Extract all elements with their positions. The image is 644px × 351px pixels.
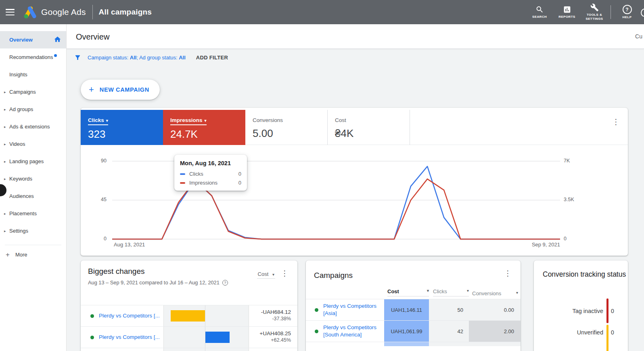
table-row[interactable]: Plerdy vs Competitors [Asia] UAH1,146.11… bbox=[306, 299, 521, 320]
cost-cell: UAH1,061.99 bbox=[384, 321, 429, 342]
add-filter-button[interactable]: ADD FILTER bbox=[196, 55, 228, 61]
search-icon bbox=[535, 5, 544, 14]
topbar-divider bbox=[611, 5, 611, 19]
clicks-cell: 42 bbox=[429, 321, 469, 342]
cost-value: ₴4K bbox=[335, 127, 410, 140]
card-menu-button[interactable]: ⋮ bbox=[504, 269, 512, 277]
y2-axis-tick: 0 bbox=[564, 236, 567, 242]
clicks-swatch-icon bbox=[180, 173, 185, 175]
dropdown-caret-icon: ▾ bbox=[106, 118, 108, 123]
change-bar-positive bbox=[205, 332, 230, 343]
y2-axis-tick: 3.5K bbox=[564, 197, 574, 202]
campaigns-table: Plerdy vs Competitors [Asia] UAH1,146.11… bbox=[306, 299, 521, 346]
campaign-link[interactable]: Plerdy vs Competitors [Asia] bbox=[323, 303, 384, 317]
new-campaign-button[interactable]: + NEW CAMPAIGN bbox=[81, 80, 160, 100]
sidebar-item-keywords[interactable]: ▸ Keywords bbox=[0, 170, 66, 187]
help-button[interactable]: ? HELP bbox=[618, 5, 636, 19]
column-header-cost[interactable]: Cost▾ bbox=[387, 288, 429, 296]
status-enabled-icon bbox=[90, 314, 94, 318]
expand-caret-icon: ▸ bbox=[4, 107, 6, 111]
scorecard-clicks[interactable]: Clicks▾ 323 bbox=[81, 110, 163, 145]
plus-icon: + bbox=[6, 251, 10, 259]
conversions-cell: 0.00 bbox=[469, 299, 521, 320]
sidebar-item-ads-extensions[interactable]: ▸ Ads & extensions bbox=[0, 118, 66, 135]
tag-inactive-bar bbox=[606, 298, 608, 323]
page-header: Overview Cu bbox=[66, 24, 644, 49]
expand-caret-icon: ▸ bbox=[4, 125, 6, 129]
sidebar-divider bbox=[5, 245, 61, 245]
scorecard-row: Clicks▾ 323 Impressions▾ 24.7K Conversio… bbox=[81, 110, 628, 145]
google-ads-screen: Google Ads All campaigns SEARCH REPORTS bbox=[0, 0, 644, 351]
column-header-conversions[interactable]: Conversions▾ bbox=[472, 290, 518, 296]
sort-caret-icon: ▾ bbox=[467, 288, 469, 293]
home-icon bbox=[54, 36, 61, 43]
tools-settings-button[interactable]: TOOLS & SETTINGS bbox=[585, 3, 603, 21]
table-row-clipped bbox=[81, 348, 297, 351]
reports-button[interactable]: REPORTS bbox=[558, 5, 576, 19]
tooltip-row-impressions: Impressions 0 bbox=[180, 180, 241, 186]
search-button[interactable]: SEARCH bbox=[531, 5, 548, 19]
change-bar-cell bbox=[163, 327, 249, 348]
campaigns-card: Campaigns ⋮ Cost▾ Clicks▾ Conversions▾ P… bbox=[306, 261, 521, 351]
expand-caret-icon: ▸ bbox=[4, 142, 6, 146]
sidebar-item-settings[interactable]: ▸ Settings bbox=[0, 222, 66, 240]
table-row-clipped bbox=[306, 342, 521, 346]
y2-axis-tick: 7K bbox=[564, 158, 570, 164]
campaign-link[interactable]: Plerdy vs Competitors [... bbox=[99, 312, 160, 319]
sidebar-item-videos[interactable]: ▸ Videos bbox=[0, 135, 66, 153]
sidebar-item-landing-pages[interactable]: ▸ Landing pages bbox=[0, 153, 66, 170]
sidebar-item-overview[interactable]: Overview bbox=[0, 31, 66, 48]
scorecard-cost[interactable]: Cost ₴4K bbox=[328, 110, 410, 145]
plus-icon: + bbox=[89, 84, 94, 95]
y-axis-tick: 45 bbox=[92, 197, 107, 202]
campaign-link[interactable]: Plerdy vs Competitors [South America] bbox=[323, 324, 384, 338]
filter-summary[interactable]: Campaign status: All; Ad group status: A… bbox=[88, 55, 186, 61]
table-row[interactable]: Plerdy vs Competitors [... -UAH684.12 -3… bbox=[81, 305, 297, 326]
scorecard-conversions[interactable]: Conversions 5.00 bbox=[245, 110, 328, 145]
clipped-nav-item bbox=[641, 8, 644, 17]
campaign-link[interactable]: Plerdy vs Competitors [... bbox=[99, 334, 160, 341]
delta-value: +UAH408.25 bbox=[249, 330, 291, 336]
card-menu-button[interactable]: ⋮ bbox=[281, 269, 289, 277]
status-enabled-icon bbox=[90, 336, 94, 339]
delta-percent: +62.45% bbox=[249, 337, 291, 343]
dropdown-caret-icon: ▾ bbox=[205, 118, 207, 123]
status-enabled-icon bbox=[315, 330, 318, 333]
sort-caret-icon: ▾ bbox=[516, 290, 518, 295]
sidebar-item-audiences[interactable]: Audiences bbox=[0, 187, 66, 205]
reports-icon bbox=[563, 5, 571, 14]
date-range-clipped[interactable]: Cu bbox=[635, 33, 642, 40]
help-circle-icon[interactable]: ? bbox=[222, 280, 228, 286]
app-name: Google Ads bbox=[41, 7, 86, 17]
expand-caret-icon: ▸ bbox=[4, 229, 6, 233]
sidebar-item-campaigns[interactable]: ▸ Campaigns bbox=[0, 83, 66, 101]
menu-icon[interactable] bbox=[6, 9, 15, 15]
google-ads-logo[interactable]: Google Ads bbox=[23, 6, 86, 19]
conversion-tracking-card: Conversion tracking status Tag inactive … bbox=[534, 261, 628, 351]
sidebar-item-placements[interactable]: ▸ Placements bbox=[0, 205, 66, 222]
chart-menu-button[interactable]: ⋮ bbox=[612, 118, 620, 126]
filter-bar: Campaign status: All; Ad group status: A… bbox=[66, 48, 644, 66]
cost-cell: UAH1,146.11 bbox=[384, 299, 429, 320]
expand-caret-icon: ▸ bbox=[4, 177, 6, 181]
clicks-cell: 50 bbox=[429, 299, 469, 320]
sidebar-item-recommendations[interactable]: Recommendations bbox=[0, 48, 66, 66]
context-title[interactable]: All campaigns bbox=[99, 8, 152, 17]
sidebar-item-insights[interactable]: Insights bbox=[0, 66, 66, 83]
impressions-value: 24.7K bbox=[170, 128, 245, 141]
card-title: Conversion tracking status bbox=[543, 270, 626, 279]
scorecard-impressions[interactable]: Impressions▾ 24.7K bbox=[163, 110, 245, 145]
change-bar-negative bbox=[171, 310, 205, 322]
notification-dot bbox=[54, 54, 57, 57]
column-header-clicks[interactable]: Clicks▾ bbox=[433, 288, 469, 296]
sidebar-item-more[interactable]: + More bbox=[0, 246, 66, 263]
y-axis-tick: 0 bbox=[92, 236, 107, 242]
card-title: Campaigns bbox=[314, 271, 353, 280]
metric-selector[interactable]: Cost ▾ bbox=[257, 271, 275, 279]
table-row[interactable]: Plerdy vs Competitors [South America] UA… bbox=[306, 320, 521, 342]
table-row[interactable]: Plerdy vs Competitors [... +UAH408.25 +6… bbox=[81, 326, 297, 348]
dropdown-caret-icon: ▾ bbox=[272, 272, 274, 277]
delta-value: -UAH684.12 bbox=[249, 309, 291, 315]
sidebar-item-ad-groups[interactable]: ▸ Ad groups bbox=[0, 101, 66, 118]
zero-axis-line bbox=[205, 305, 205, 326]
